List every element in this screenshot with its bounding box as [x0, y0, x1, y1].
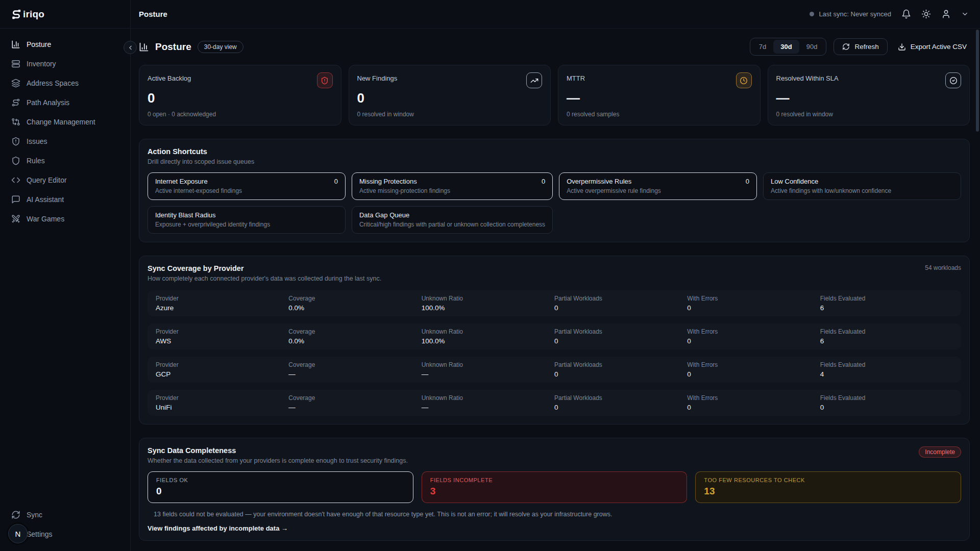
sidebar-item-inventory[interactable]: Inventory: [5, 54, 125, 73]
main-area: Posture Last sync: Never synced: [131, 0, 980, 551]
user-icon[interactable]: [941, 9, 951, 19]
kpi-resolved-within-sla: Resolved Within SLA — 0 resolved in wind…: [768, 65, 970, 126]
layers-icon: [11, 79, 20, 88]
chevron-down-icon[interactable]: [961, 10, 969, 18]
view-incomplete-findings-link[interactable]: View findings affected by incomplete dat…: [148, 524, 288, 532]
view-badge: 30-day view: [198, 41, 243, 53]
page-header: Posture 30-day view 7d 30d 90d Refresh: [139, 38, 970, 56]
coverage-rows: ProviderAzure Coverage0.0% Unknown Ratio…: [148, 290, 961, 416]
sidebar-item-sync[interactable]: Sync: [5, 505, 125, 524]
circle-check-icon: [945, 72, 961, 88]
clock-icon: [736, 72, 752, 88]
stat-fields-incomplete: FIELDS INCOMPLETE 3: [422, 471, 688, 503]
chart-column-icon: [11, 40, 20, 49]
sync-coverage-panel: Sync Coverage by Provider How completely…: [139, 256, 970, 424]
message-square-icon: [11, 195, 20, 204]
server-icon: [11, 59, 20, 68]
last-sync-status: Last sync: Never synced: [810, 10, 891, 18]
action-shortcuts-panel: Action Shortcuts Drill directly into sco…: [139, 139, 970, 242]
topbar-title: Posture: [139, 10, 167, 18]
page-content: Posture 30-day view 7d 30d 90d Refresh: [131, 29, 980, 551]
range-segmented-control: 7d 30d 90d: [750, 38, 827, 56]
shield-alert-icon: [11, 137, 20, 146]
bell-icon[interactable]: [901, 9, 911, 19]
export-csv-button[interactable]: Export Active CSV: [895, 39, 970, 55]
kpi-new-findings: New Findings 0 0 resolved in window: [349, 65, 551, 126]
avatar[interactable]: N: [8, 524, 28, 543]
sidebar-item-rules[interactable]: Rules: [5, 151, 125, 170]
refresh-button[interactable]: Refresh: [834, 38, 887, 55]
topbar-right: Last sync: Never synced: [810, 9, 969, 19]
window-scrollbar[interactable]: [976, 30, 979, 132]
sidebar-nav: Posture Inventory Address Spaces Path An…: [0, 29, 130, 500]
shortcut-tiles: Internet Exposure 0 Active internet-expo…: [148, 172, 961, 234]
brand-logo[interactable]: iriqo: [0, 0, 130, 29]
chart-column-icon: [139, 42, 149, 52]
range-7d-button[interactable]: 7d: [752, 40, 773, 54]
chevron-left-icon: [127, 44, 134, 51]
sidebar: iriqo Posture Inventory Address Spaces P…: [0, 0, 131, 551]
topbar: Posture Last sync: Never synced: [131, 0, 980, 29]
shield-alert-icon: [317, 72, 333, 88]
tile-data-gap-queue[interactable]: Data Gap Queue Critical/high findings wi…: [352, 206, 553, 234]
brand-name: iriqo: [23, 9, 44, 20]
code-icon: [11, 176, 20, 185]
sidebar-item-issues[interactable]: Issues: [5, 132, 125, 151]
sidebar-item-ai-assistant[interactable]: AI Assistant: [5, 190, 125, 209]
tile-internet-exposure[interactable]: Internet Exposure 0 Active internet-expo…: [148, 172, 346, 200]
tile-count-badge: 0: [542, 178, 545, 185]
git-compare-icon: [11, 117, 20, 127]
stat-too-few-resources: TOO FEW RESOURCES TO CHECK 13: [695, 471, 961, 503]
completeness-stats: FIELDS OK 0 FIELDS INCOMPLETE 3 TOO FEW …: [148, 471, 961, 503]
tile-count-badge: 0: [746, 178, 749, 185]
swords-icon: [11, 214, 20, 223]
kpi-row: Active Backlog 0 0 open · 0 acknowledged…: [139, 65, 970, 126]
kpi-active-backlog: Active Backlog 0 0 open · 0 acknowledged: [139, 65, 341, 126]
range-30d-button[interactable]: 30d: [773, 40, 799, 54]
sidebar-item-path-analysis[interactable]: Path Analysis: [5, 93, 125, 112]
sidebar-item-address-spaces[interactable]: Address Spaces: [5, 73, 125, 93]
shield-icon: [11, 156, 20, 165]
theme-sun-icon[interactable]: [921, 9, 931, 19]
kpi-mttr: MTTR — 0 resolved samples: [558, 65, 761, 126]
download-icon: [898, 43, 906, 51]
sync-status-dot: [810, 12, 814, 16]
tile-count-badge: 0: [334, 178, 338, 185]
tile-identity-blast-radius[interactable]: Identity Blast Radius Exposure + overpri…: [148, 206, 346, 234]
route-icon: [11, 98, 20, 107]
sidebar-item-war-games[interactable]: War Games: [5, 209, 125, 229]
table-row: ProviderGCP Coverage— Unknown Ratio— Par…: [148, 357, 961, 383]
table-row: ProviderAzure Coverage0.0% Unknown Ratio…: [148, 290, 961, 316]
tile-overpermissive-rules[interactable]: Overpermissive Rules 0 Active overpermis…: [559, 172, 757, 200]
page-title: Posture: [155, 41, 191, 53]
completeness-note: 13 fields could not be evaluated — your …: [148, 511, 961, 518]
stat-fields-ok: FIELDS OK 0: [148, 471, 413, 503]
tile-missing-protections[interactable]: Missing Protections 0 Active missing-pro…: [352, 172, 553, 200]
range-90d-button[interactable]: 90d: [799, 40, 825, 54]
sidebar-item-posture[interactable]: Posture: [5, 35, 125, 54]
sync-data-completeness-panel: Sync Data Completeness Whether the data …: [139, 438, 970, 541]
refresh-icon: [11, 510, 20, 519]
sidebar-collapse-button[interactable]: [124, 41, 137, 54]
sidebar-item-query-editor[interactable]: Query Editor: [5, 170, 125, 190]
workloads-count: 54 workloads: [925, 264, 961, 271]
tile-low-confidence[interactable]: Low Confidence Active findings with low/…: [763, 172, 961, 200]
refresh-icon: [842, 43, 850, 51]
brand-s-icon: [10, 8, 22, 20]
status-badge: Incomplete: [919, 446, 961, 458]
table-row: ProviderAWS Coverage0.0% Unknown Ratio10…: [148, 323, 961, 349]
table-row: ProviderUniFi Coverage— Unknown Ratio— P…: [148, 390, 961, 416]
sidebar-item-change-management[interactable]: Change Management: [5, 112, 125, 132]
trending-up-icon: [526, 72, 542, 88]
